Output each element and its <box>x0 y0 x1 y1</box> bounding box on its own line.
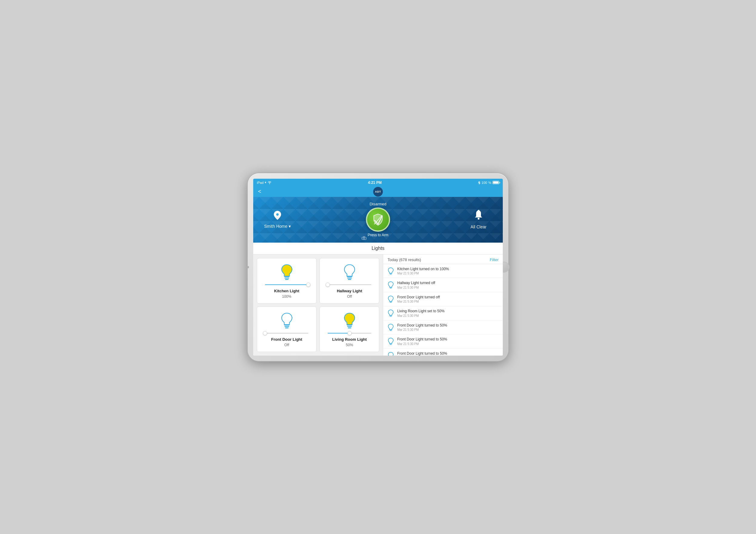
status-time: 4:21 PM <box>368 180 382 185</box>
feed-header: Today (678 results) Filter <box>383 254 503 264</box>
svg-point-0 <box>276 213 279 216</box>
bulb-icon-3 <box>340 311 359 329</box>
svg-rect-9 <box>284 278 289 279</box>
light-card-2[interactable]: Front Door Light Off <box>257 307 316 352</box>
ipad-screen: iPad ▾̈ 4:21 PM 100% <box>253 179 503 356</box>
svg-rect-7 <box>478 210 479 211</box>
feed-bulb-icon-3 <box>388 309 394 317</box>
svg-rect-13 <box>348 279 351 280</box>
feed-event-3: Living Room Light set to 50% <box>397 309 499 314</box>
svg-rect-23 <box>390 288 392 288</box>
filter-button[interactable]: Filter <box>490 257 499 262</box>
svg-rect-28 <box>390 330 392 330</box>
back-button[interactable]: < <box>258 188 261 195</box>
feed-event-4: Front Door Light turned to 50% <box>397 323 499 328</box>
security-header: Smith Home ▾ Disarmed Press to Arm <box>253 197 503 243</box>
feed-time-4: Mar 21 5:30 PM <box>397 328 499 332</box>
svg-rect-10 <box>285 279 288 280</box>
light-card-1[interactable]: Hallway Light Off <box>319 258 379 304</box>
adt-logo: ADT <box>373 187 383 197</box>
light-status-1: Off <box>347 294 352 299</box>
section-title: Lights <box>253 243 503 254</box>
activity-feed: Today (678 results) Filter Kitchen Light… <box>383 254 503 356</box>
feed-text-5: Front Door Light turned to 50% Mar 21 5:… <box>397 337 499 346</box>
bulb-icon-0 <box>278 263 296 281</box>
feed-text-3: Living Room Light set to 50% Mar 21 5:30… <box>397 309 499 317</box>
feed-item-2[interactable]: Front Door Light turned off Mar 21 5:30 … <box>383 292 503 307</box>
home-name[interactable]: Smith Home ▾ <box>264 224 291 229</box>
feed-item-3[interactable]: Living Room Light set to 50% Mar 21 5:30… <box>383 306 503 320</box>
feed-bulb-icon-1 <box>388 281 394 289</box>
svg-rect-24 <box>390 301 392 302</box>
status-left: iPad ▾̈ <box>257 181 272 184</box>
svg-rect-20 <box>390 273 392 274</box>
side-button-left[interactable] <box>247 266 249 268</box>
alert-section: All Clear <box>460 210 497 229</box>
svg-point-6 <box>478 218 479 220</box>
feed-bulb-icon-0 <box>388 267 394 275</box>
feed-event-5: Front Door Light turned to 50% <box>397 337 499 342</box>
light-name-0: Kitchen Light <box>274 289 299 293</box>
feed-time-5: Mar 21 5:30 PM <box>397 342 499 346</box>
svg-rect-22 <box>390 287 392 288</box>
arm-button[interactable] <box>366 207 390 232</box>
wifi-icon: ▾̈ <box>265 181 266 184</box>
shield-icon <box>371 213 385 226</box>
feed-text-4: Front Door Light turned to 50% Mar 21 5:… <box>397 323 499 332</box>
slider-2[interactable] <box>265 331 308 335</box>
device-model: iPad <box>257 181 263 184</box>
feed-bulb-icon-6 <box>388 352 394 355</box>
slider-3[interactable] <box>328 331 371 335</box>
svg-rect-26 <box>390 316 392 316</box>
feed-event-1: Hallway Light turned off <box>397 281 499 286</box>
feed-item-4[interactable]: Front Door Light turned to 50% Mar 21 5:… <box>383 320 503 335</box>
feed-list: Kitchen Light turned on to 100% Mar 21 5… <box>383 264 503 356</box>
light-status-0: 100% <box>282 294 291 299</box>
slider-0[interactable] <box>265 282 308 287</box>
feed-event-0: Kitchen Light turned on to 100% <box>397 267 499 272</box>
svg-rect-12 <box>347 278 352 279</box>
nav-bar: < ADT <box>253 187 503 197</box>
feed-title: Today (678 results) <box>388 257 421 262</box>
svg-rect-31 <box>390 344 392 345</box>
disarmed-label: Disarmed <box>369 202 387 206</box>
feed-text-2: Front Door Light turned off Mar 21 5:30 … <box>397 295 499 304</box>
feed-item-0[interactable]: Kitchen Light turned on to 100% Mar 21 5… <box>383 264 503 279</box>
slider-1[interactable] <box>328 282 371 287</box>
light-status-2: Off <box>284 343 289 347</box>
svg-rect-29 <box>390 331 392 331</box>
feed-bulb-icon-2 <box>388 295 394 303</box>
arm-section: Disarmed Press to Arm <box>366 202 390 237</box>
battery-bar <box>493 181 499 184</box>
bulb-icon-2 <box>278 311 296 329</box>
svg-rect-19 <box>348 328 351 328</box>
feed-item-6[interactable]: Front Door Light turned to 50% Mar 21 5:… <box>383 349 503 355</box>
home-info: Smith Home ▾ <box>259 210 296 229</box>
camera-mini-icon <box>362 236 366 241</box>
press-to-arm-label: Press to Arm <box>368 233 389 237</box>
light-card-3[interactable]: Living Room Light 50% <box>319 307 379 352</box>
bulb-icon-1 <box>340 263 359 281</box>
battery-pct-text: 100 <box>482 181 487 184</box>
wifi-signal-icon <box>267 181 272 184</box>
svg-rect-11 <box>347 276 352 277</box>
bell-icon <box>474 210 483 222</box>
feed-event-6: Front Door Light turned to 50% <box>397 351 499 355</box>
svg-rect-18 <box>347 326 352 327</box>
svg-rect-16 <box>285 328 288 328</box>
feed-text-0: Kitchen Light turned on to 100% Mar 21 5… <box>397 267 499 275</box>
feed-item-5[interactable]: Front Door Light turned to 50% Mar 21 5:… <box>383 334 503 349</box>
svg-rect-25 <box>390 302 392 302</box>
battery-fill <box>493 181 499 184</box>
content-area: Kitchen Light 100% Hallway Light <box>253 254 503 356</box>
feed-bulb-icon-5 <box>388 337 394 345</box>
light-name-1: Hallway Light <box>337 289 362 293</box>
light-status-3: 50% <box>346 343 353 347</box>
main-content: Lights Kitchen Li <box>253 243 503 356</box>
feed-text-1: Hallway Light turned off Mar 21 5:30 PM <box>397 281 499 289</box>
feed-item-1[interactable]: Hallway Light turned off Mar 21 5:30 PM <box>383 278 503 292</box>
light-card-0[interactable]: Kitchen Light 100% <box>257 258 316 304</box>
status-bar: iPad ▾̈ 4:21 PM 100% <box>253 179 503 187</box>
feed-time-1: Mar 21 5:30 PM <box>397 286 499 289</box>
svg-rect-30 <box>390 344 392 344</box>
